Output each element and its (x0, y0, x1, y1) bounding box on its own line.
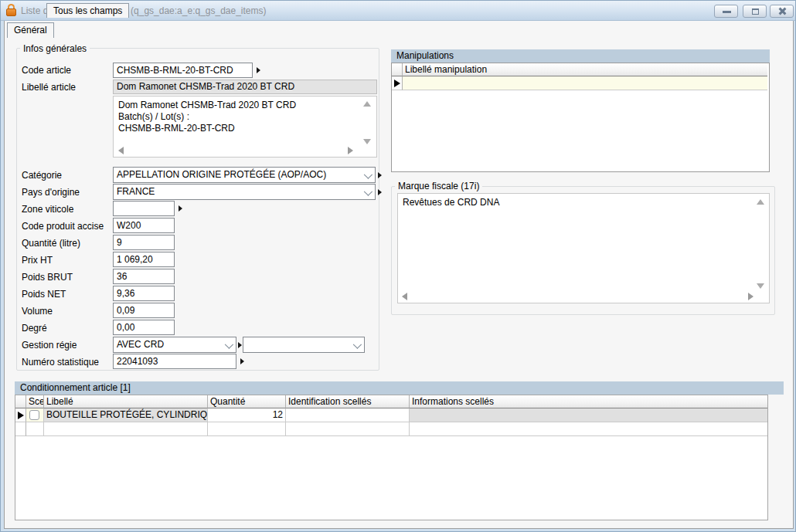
degre-label: Degré (22, 323, 47, 334)
marque-fiscale-text: Revêtues de CRD DNA (403, 197, 753, 208)
degre-input[interactable]: 0,00 (113, 320, 175, 335)
quantite-cell[interactable]: 12 (208, 408, 286, 422)
gestion-regie-label: Gestion régie (22, 340, 77, 351)
lock-icon (5, 4, 18, 17)
pays-origine-value: FRANCE (117, 186, 155, 197)
manipulations-header: Manipulations (391, 49, 770, 63)
scroll-down-icon[interactable] (363, 139, 371, 144)
gestion-regie-detail-arrow-icon[interactable] (238, 342, 242, 348)
conditionnement-header: Conditionnement article [1] (15, 381, 784, 395)
scroll-right-icon[interactable] (748, 293, 753, 300)
application-window: Liste des articles présents (q_gs_dae:a_… (0, 0, 796, 532)
scroll-up-icon[interactable] (757, 199, 764, 205)
conditionnement-panel: Scel Libellé Quantité Identification sce… (15, 395, 768, 520)
categorie-detail-arrow-icon[interactable] (378, 172, 382, 178)
chevron-down-icon[interactable] (353, 344, 360, 347)
poids-brut-input[interactable]: 36 (113, 269, 175, 284)
close-button[interactable] (770, 5, 794, 18)
code-article-detail-arrow-icon[interactable] (257, 67, 260, 73)
col-header-selector (15, 395, 26, 408)
scel-checkbox[interactable] (29, 410, 39, 420)
volume-input[interactable]: 0,09 (113, 303, 175, 318)
description-memo[interactable]: Dom Ramonet CHSMB-Trad 2020 BT CRD Batch… (113, 96, 377, 158)
code-produit-accise-label: Code produit accise (22, 221, 104, 232)
identification-cell[interactable] (286, 408, 410, 422)
pays-origine-detail-arrow-icon[interactable] (378, 189, 382, 195)
col-header-scel: Scel (26, 395, 44, 408)
infos-generales-title: Infos générales (20, 43, 90, 54)
chevron-down-icon[interactable] (364, 174, 371, 178)
scroll-left-icon[interactable] (118, 147, 124, 154)
minimize-button[interactable] (714, 5, 738, 18)
quantite-litre-input[interactable]: 9 (113, 235, 175, 250)
col-header-libelle: Libellé (44, 395, 208, 408)
gestion-regie-value: AVEC CRD (117, 339, 164, 350)
poids-net-label: Poids NET (22, 289, 66, 300)
prix-ht-label: Prix HT (22, 255, 53, 266)
volume-label: Volume (22, 306, 53, 317)
numero-statistique-detail-arrow-icon[interactable] (240, 358, 244, 364)
chevron-down-icon[interactable] (225, 344, 232, 347)
code-article-input[interactable]: CHSMB-B-RML-20-BT-CRD (113, 63, 253, 78)
conditionnement-row-selector[interactable] (15, 408, 26, 422)
manipulations-row-libelle-cell[interactable] (403, 76, 767, 90)
tab-tous-les-champs[interactable]: Tous les champs (46, 3, 129, 18)
description-text: Dom Ramonet CHSMB-Trad 2020 BT CRD Batch… (118, 100, 361, 134)
numero-statistique-input[interactable]: 22041093 (113, 354, 236, 369)
scroll-down-icon[interactable] (757, 283, 764, 289)
manipulations-row-selector[interactable] (392, 76, 403, 90)
manipulations-column-header: Libellé manipulation (403, 63, 767, 76)
quantite-cell[interactable] (208, 422, 286, 436)
zone-viticole-input[interactable] (113, 201, 175, 216)
pays-origine-select[interactable]: FRANCE (113, 184, 376, 200)
poids-net-input[interactable]: 9,36 (113, 286, 175, 301)
quantite-litre-label: Quantité (litre) (22, 238, 80, 249)
scel-cell (26, 408, 44, 422)
pays-origine-label: Pays d'origine (22, 187, 80, 198)
numero-statistique-label: Numéro statistique (22, 357, 99, 368)
col-header-identification: Identification scellés (286, 395, 410, 408)
libelle-cell[interactable] (44, 422, 208, 436)
col-header-quantite: Quantité (208, 395, 286, 408)
code-article-label: Code article (22, 65, 71, 76)
identification-cell[interactable] (286, 422, 410, 436)
informations-cell[interactable] (410, 422, 767, 436)
prix-ht-input[interactable]: 1 069,20 (113, 252, 175, 267)
zone-viticole-label: Zone viticole (22, 204, 73, 215)
code-produit-accise-input[interactable]: W200 (113, 218, 175, 233)
chevron-down-icon[interactable] (364, 191, 371, 195)
scroll-up-icon[interactable] (363, 101, 371, 107)
libelle-article-field: Dom Ramonet CHSMB-Trad 2020 BT CRD (113, 80, 377, 94)
manipulations-selector-header (392, 63, 403, 76)
zone-viticole-detail-arrow-icon[interactable] (179, 205, 182, 212)
marque-fiscale-title: Marque fiscale (17i) (395, 181, 482, 191)
categorie-value: APPELLATION ORIGINE PROTÉGÉE (AOP/AOC) (117, 169, 326, 180)
libelle-cell[interactable]: BOUTEILLE PROTÉGÉE, CYLINDRIQUE (44, 408, 208, 422)
libelle-article-label: Libellé article (22, 82, 76, 93)
gestion-regie-secondary-select[interactable] (243, 337, 365, 353)
right-triangle-icon (18, 412, 24, 419)
poids-brut-label: Poids BRUT (22, 272, 73, 283)
scroll-left-icon[interactable] (402, 293, 407, 300)
tab-general[interactable]: Général (7, 22, 54, 38)
informations-cell[interactable] (410, 408, 767, 422)
manipulations-panel: Libellé manipulation (391, 63, 770, 172)
right-triangle-icon (394, 80, 400, 87)
restore-button[interactable] (743, 5, 767, 18)
scel-cell[interactable] (26, 422, 44, 436)
categorie-select[interactable]: APPELLATION ORIGINE PROTÉGÉE (AOP/AOC) (113, 167, 376, 183)
col-header-informations: Informations scellés (410, 395, 767, 408)
gestion-regie-select[interactable]: AVEC CRD (113, 337, 236, 353)
marque-fiscale-memo[interactable]: Revêtues de CRD DNA (397, 193, 770, 303)
minimize-icon (723, 11, 731, 13)
conditionnement-row-selector[interactable] (15, 422, 26, 436)
restore-icon (752, 8, 759, 15)
categorie-label: Catégorie (22, 170, 62, 181)
scroll-right-icon[interactable] (348, 147, 353, 154)
